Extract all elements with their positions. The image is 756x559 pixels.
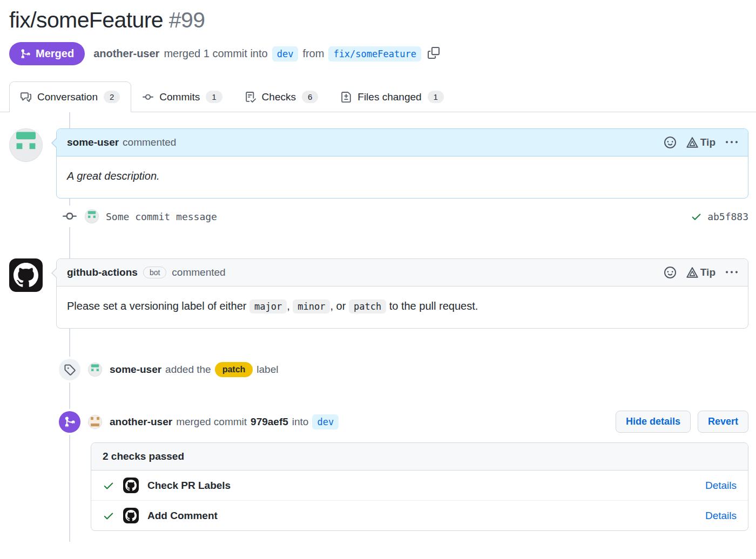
patch-label-pill[interactable]: patch bbox=[215, 362, 253, 377]
event-action-text: added the bbox=[165, 364, 211, 376]
event-badge bbox=[59, 411, 80, 433]
check-name: Add Comment bbox=[147, 510, 218, 522]
check-row-pr-labels: Check PR Labels Details bbox=[91, 471, 748, 501]
commit-event: Some commit message ab5f883 bbox=[62, 206, 748, 227]
add-reaction-button[interactable] bbox=[664, 137, 676, 148]
tab-counter: 1 bbox=[428, 91, 444, 103]
kebab-icon bbox=[726, 137, 738, 148]
comment-header-actions: Tip bbox=[664, 137, 738, 148]
checklist-icon bbox=[245, 92, 256, 103]
tab-label: Checks bbox=[262, 91, 296, 103]
hide-details-button[interactable]: Hide details bbox=[616, 411, 691, 433]
avatar[interactable] bbox=[9, 258, 43, 292]
body-text: , or bbox=[330, 300, 346, 312]
event-text: some-user added the patch label bbox=[110, 362, 278, 377]
event-actor[interactable]: some-user bbox=[110, 364, 161, 376]
event-badge bbox=[59, 359, 80, 380]
checks-panel: 2 checks passed Check PR Labels Details … bbox=[91, 442, 748, 531]
pr-number: #99 bbox=[169, 8, 205, 32]
comment-action: commented bbox=[123, 137, 176, 148]
avatar[interactable] bbox=[88, 363, 102, 377]
commit-message-link[interactable]: Some commit message bbox=[106, 211, 217, 222]
comment-author[interactable]: some-user bbox=[67, 137, 119, 148]
tab-files-changed[interactable]: Files changed 1 bbox=[329, 81, 455, 112]
avatar[interactable] bbox=[85, 209, 99, 223]
merged-event: another-user merged commit 979aef5 into … bbox=[59, 411, 748, 433]
tip-label: Tip bbox=[700, 137, 716, 148]
git-commit-icon bbox=[62, 206, 78, 227]
pr-branch-title: fix/someFeature bbox=[9, 8, 163, 32]
status-actor[interactable]: another-user bbox=[93, 47, 159, 60]
tip-button[interactable]: Tip bbox=[686, 137, 716, 148]
page-title: fix/someFeature #99 bbox=[9, 8, 748, 33]
comment-box: github-actions bot commented Tip Please … bbox=[56, 258, 748, 329]
comment-github-actions: github-actions bot commented Tip Please … bbox=[9, 258, 748, 329]
body-text: to the pull request. bbox=[389, 300, 478, 312]
tab-conversation[interactable]: Conversation 2 bbox=[9, 81, 131, 112]
status-row: Merged another-user merged 1 commit into… bbox=[9, 42, 748, 65]
comment-header-actions: Tip bbox=[664, 267, 738, 278]
bot-badge: bot bbox=[143, 267, 166, 278]
status-from-text: from bbox=[302, 47, 324, 60]
comment-author[interactable]: github-actions bbox=[67, 267, 138, 278]
file-diff-icon bbox=[341, 92, 352, 103]
event-actor[interactable]: another-user bbox=[110, 416, 172, 428]
revert-button[interactable]: Revert bbox=[698, 411, 748, 433]
details-link[interactable]: Details bbox=[705, 480, 737, 492]
tab-checks[interactable]: Checks 6 bbox=[234, 81, 330, 112]
tab-counter: 2 bbox=[104, 91, 120, 103]
github-logo-icon bbox=[14, 263, 38, 288]
tip-triangle-icon bbox=[686, 267, 698, 278]
github-actions-app-icon bbox=[123, 478, 139, 493]
comment-discussion-icon bbox=[21, 92, 31, 103]
add-reaction-button[interactable] bbox=[664, 267, 676, 278]
smiley-icon bbox=[664, 267, 676, 278]
comment-options-button[interactable] bbox=[726, 267, 738, 278]
label-added-event: some-user added the patch label bbox=[59, 359, 748, 380]
check-row-add-comment: Add Comment Details bbox=[91, 501, 748, 530]
tab-label: Commits bbox=[159, 91, 200, 103]
merged-commit-sha[interactable]: 979aef5 bbox=[251, 416, 288, 428]
github-logo-icon bbox=[125, 510, 137, 521]
commit-status: ab5f883 bbox=[691, 211, 748, 222]
pr-tab-nav: Conversation 2 Commits 1 Checks 6 Files … bbox=[0, 81, 756, 112]
copy-branch-button[interactable] bbox=[427, 46, 441, 62]
status-text: another-user merged 1 commit into dev fr… bbox=[93, 46, 441, 62]
smiley-icon bbox=[664, 137, 676, 148]
body-text: , bbox=[287, 300, 290, 312]
merge-event-buttons: Hide details Revert bbox=[616, 411, 748, 433]
comment-header: some-user commented Tip bbox=[57, 129, 748, 156]
avatar[interactable] bbox=[88, 415, 102, 429]
tab-label: Conversation bbox=[37, 91, 98, 103]
kebab-icon bbox=[726, 267, 738, 278]
check-success-icon bbox=[103, 510, 114, 522]
tag-icon bbox=[64, 364, 76, 376]
git-merge-icon bbox=[20, 49, 31, 59]
merge-branch-label[interactable]: dev bbox=[312, 414, 339, 430]
github-logo-icon bbox=[125, 480, 137, 491]
event-into-text: into bbox=[292, 416, 309, 428]
comment-options-button[interactable] bbox=[726, 137, 738, 148]
code-span-minor: minor bbox=[293, 299, 330, 313]
tab-counter: 6 bbox=[302, 91, 318, 103]
check-icon[interactable] bbox=[691, 211, 702, 222]
pr-header: fix/someFeature #99 Merged another-user … bbox=[0, 0, 756, 65]
check-name: Check PR Labels bbox=[147, 480, 231, 492]
tip-label: Tip bbox=[700, 267, 716, 278]
tip-button[interactable]: Tip bbox=[686, 267, 716, 278]
avatar[interactable] bbox=[9, 128, 43, 162]
comment-body: A great description. bbox=[57, 156, 748, 198]
check-success-icon bbox=[103, 480, 114, 492]
comment-some-user: some-user commented Tip A great descript… bbox=[9, 128, 748, 199]
tip-triangle-icon bbox=[686, 137, 698, 148]
comment-box: some-user commented Tip A great descript… bbox=[56, 128, 748, 199]
head-branch-label[interactable]: fix/someFeature bbox=[328, 46, 421, 62]
body-text: Please set a versioning label of either bbox=[67, 300, 246, 312]
commit-sha-link[interactable]: ab5f883 bbox=[707, 211, 748, 222]
tab-label: Files changed bbox=[357, 91, 421, 103]
base-branch-label[interactable]: dev bbox=[272, 46, 299, 62]
tab-commits[interactable]: Commits 1 bbox=[131, 81, 233, 112]
git-merge-icon bbox=[64, 416, 76, 428]
code-span-major: major bbox=[249, 299, 287, 313]
details-link[interactable]: Details bbox=[705, 510, 737, 522]
